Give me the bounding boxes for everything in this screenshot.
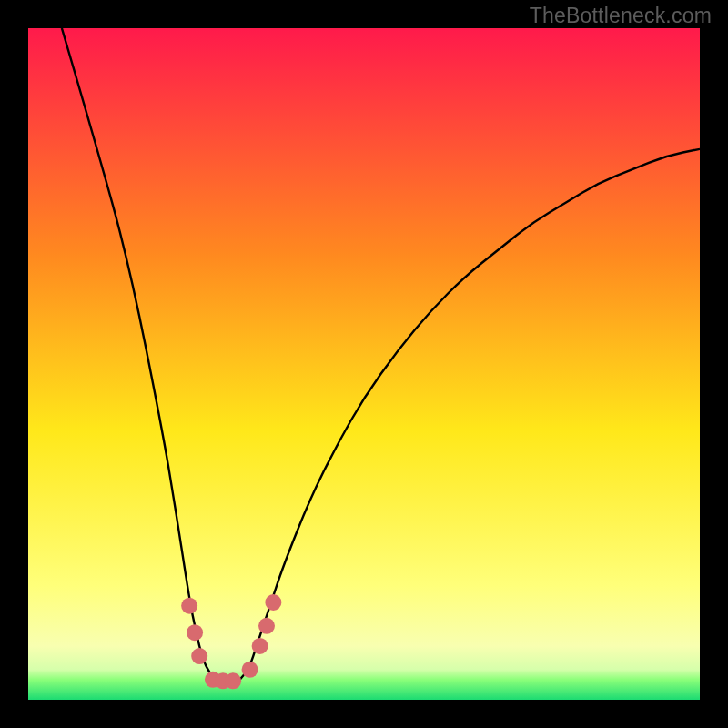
gradient-background — [28, 28, 700, 700]
chart-frame: TheBottleneck.com — [0, 0, 728, 728]
data-marker — [187, 624, 203, 641]
data-marker — [225, 672, 241, 689]
watermark-label: TheBottleneck.com — [530, 4, 712, 28]
data-marker — [242, 662, 258, 678]
data-marker — [252, 638, 268, 654]
bottleneck-chart — [28, 28, 700, 700]
data-marker — [265, 594, 281, 611]
data-marker — [191, 648, 207, 664]
plot-area — [28, 28, 700, 700]
data-marker — [258, 618, 275, 634]
data-marker — [181, 598, 197, 614]
